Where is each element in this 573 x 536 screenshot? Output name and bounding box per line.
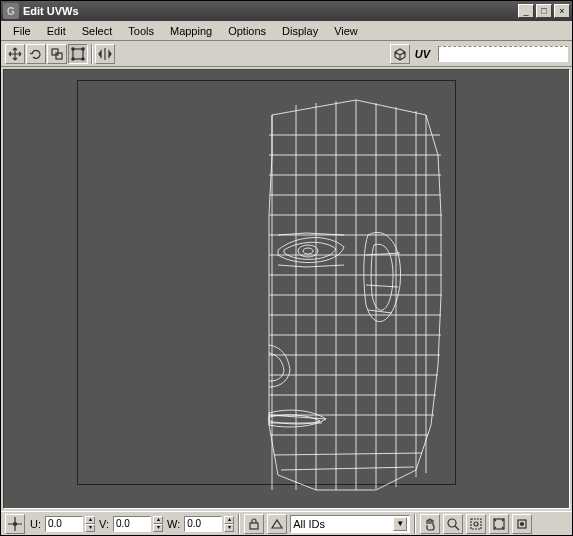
- status-separator-2: [414, 514, 416, 534]
- toolbar-separator: [91, 44, 93, 64]
- menu-select[interactable]: Select: [74, 23, 121, 39]
- menu-view[interactable]: View: [326, 23, 366, 39]
- id-selected-value: All IDs: [293, 518, 325, 530]
- close-button[interactable]: ×: [554, 4, 570, 18]
- freeform-tool-button[interactable]: [68, 44, 88, 64]
- scale-tool-button[interactable]: [47, 44, 67, 64]
- rotate-tool-button[interactable]: [26, 44, 46, 64]
- u-input[interactable]: [45, 516, 83, 532]
- svg-point-9: [14, 522, 17, 525]
- svg-point-5: [72, 57, 74, 59]
- freeform-icon: [71, 47, 85, 61]
- menu-mapping[interactable]: Mapping: [162, 23, 220, 39]
- v-spinner[interactable]: ▴▾: [153, 516, 163, 532]
- scale-icon: [50, 47, 64, 61]
- w-label: W:: [165, 518, 182, 530]
- svg-rect-0: [52, 49, 58, 55]
- chevron-down-icon: ▼: [393, 517, 407, 531]
- uv-label: UV: [415, 48, 430, 60]
- extents-icon: [492, 517, 506, 531]
- hand-icon: [423, 517, 437, 531]
- svg-point-3: [72, 47, 74, 49]
- svg-point-6: [82, 57, 84, 59]
- pan-button[interactable]: [420, 514, 440, 534]
- v-input[interactable]: [113, 516, 151, 532]
- cube-icon: [393, 47, 407, 61]
- lock-icon: [247, 517, 261, 531]
- w-input[interactable]: [184, 516, 222, 532]
- svg-point-4: [82, 47, 84, 49]
- zoom-region-icon: [469, 517, 483, 531]
- svg-point-13: [474, 522, 478, 526]
- lock-selection-button[interactable]: [244, 514, 264, 534]
- svg-point-16: [521, 522, 524, 525]
- menu-options[interactable]: Options: [220, 23, 274, 39]
- uv-bounds-frame: [77, 80, 456, 485]
- magnifier-icon: [446, 517, 460, 531]
- filter-button[interactable]: [267, 514, 287, 534]
- svg-rect-2: [73, 49, 83, 59]
- mirror-icon: [98, 47, 112, 61]
- titlebar[interactable]: G Edit UVWs _ □ ×: [1, 1, 572, 21]
- crosshair-icon: [8, 517, 22, 531]
- menu-edit[interactable]: Edit: [39, 23, 74, 39]
- w-spinner[interactable]: ▴▾: [224, 516, 234, 532]
- texture-dropdown[interactable]: [438, 46, 568, 62]
- zoom-extents-selected-button[interactable]: [512, 514, 532, 534]
- toolbar: UV: [1, 41, 572, 67]
- map-type-button[interactable]: [390, 44, 410, 64]
- material-id-dropdown[interactable]: All IDs ▼: [290, 515, 410, 533]
- u-label: U:: [28, 518, 43, 530]
- menu-display[interactable]: Display: [274, 23, 326, 39]
- move-icon: [8, 47, 22, 61]
- edit-uvw-window: G Edit UVWs _ □ × File Edit Select Tools…: [0, 0, 573, 536]
- svg-rect-10: [250, 523, 258, 529]
- rotate-icon: [29, 47, 43, 61]
- window-title: Edit UVWs: [23, 5, 79, 17]
- svg-rect-1: [56, 53, 62, 59]
- extents-selected-icon: [515, 517, 529, 531]
- svg-point-11: [448, 519, 456, 527]
- menu-tools[interactable]: Tools: [120, 23, 162, 39]
- app-logo-icon: G: [3, 3, 19, 19]
- uv-viewport[interactable]: [3, 69, 570, 509]
- zoom-button[interactable]: [443, 514, 463, 534]
- menubar: File Edit Select Tools Mapping Options D…: [1, 21, 572, 41]
- triangle-icon: [270, 517, 284, 531]
- maximize-button[interactable]: □: [536, 4, 552, 18]
- zoom-extents-button[interactable]: [489, 514, 509, 534]
- zoom-region-button[interactable]: [466, 514, 486, 534]
- move-tool-button[interactable]: [5, 44, 25, 64]
- absolute-mode-button[interactable]: [5, 514, 25, 534]
- svg-rect-12: [471, 519, 481, 529]
- v-label: V:: [97, 518, 111, 530]
- mirror-tool-button[interactable]: [95, 44, 115, 64]
- u-spinner[interactable]: ▴▾: [85, 516, 95, 532]
- statusbar: U: ▴▾ V: ▴▾ W: ▴▾ All IDs ▼: [1, 511, 572, 535]
- status-separator: [238, 514, 240, 534]
- minimize-button[interactable]: _: [518, 4, 534, 18]
- menu-file[interactable]: File: [5, 23, 39, 39]
